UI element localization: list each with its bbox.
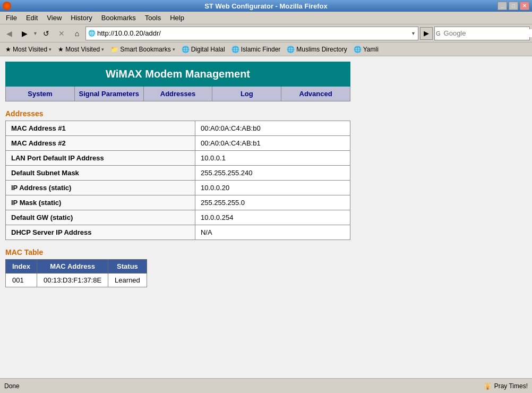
bookmark-icon-5: 🌐 [231,46,239,53]
stop-button[interactable]: ✕ [55,27,68,40]
mac-col-status: Status [108,260,147,274]
bookmark-arrow-1: ▾ [49,47,52,52]
menu-edit[interactable]: Edit [23,13,41,23]
row-label: IP Mask (static) [6,195,195,210]
bookmark-yamli[interactable]: 🌐 Yamli [351,45,381,54]
status-text: Done [4,382,20,390]
maximize-button[interactable]: □ [509,2,518,10]
pray-times-label: Pray Times! [494,382,528,390]
status-right: 🕌 Pray Times! [484,382,528,390]
back-button[interactable]: ◀ [2,27,16,40]
bookmark-label-5: Islamic Finder [241,46,281,53]
row-value: 10.0.0.1 [195,151,350,166]
row-value: 00:A0:0A:C4:AB:b1 [195,136,350,151]
forward-dropdown[interactable]: ▼ [33,31,38,36]
bookmark-digital-halal[interactable]: 🌐 Digital Halal [179,45,228,54]
bookmark-most-visited-2[interactable]: ★ Most Visited ▾ [55,45,107,54]
row-label: DHCP Server IP Address [6,225,195,240]
pray-times-icon: 🕌 [484,382,492,390]
table-row: Default GW (static) 10.0.0.254 [6,210,350,225]
menubar: File Edit View History Bookmarks Tools H… [0,12,532,24]
toolbar: ◀ ▶ ▼ ↺ ✕ ⌂ 🌐 ▼ ▶ G 🔍 [0,24,532,42]
bookmark-icon-3: 📁 [110,46,118,53]
page-wrapper: WiMAX Modem Management System Signal Par… [5,62,350,287]
mac-row-index: 001 [6,274,37,287]
app-icon [3,2,11,10]
addresses-table: MAC Address #1 00:A0:0A:C4:AB:b0 MAC Add… [5,121,350,240]
row-value: 00:A0:0A:C4:AB:b0 [195,121,350,136]
titlebar: ST Web Configurator - Mozilla Firefox _ … [0,0,532,12]
address-dropdown[interactable]: ▼ [411,31,416,36]
window-controls: _ □ ✕ [497,2,529,10]
bookmark-label-3: Smart Bookmarks [120,46,170,53]
table-row: Default Subnet Mask 255.255.255.240 [6,166,350,181]
menu-help[interactable]: Help [167,13,187,23]
row-label: MAC Address #2 [6,136,195,151]
main-content: WiMAX Modem Management System Signal Par… [0,56,532,378]
bookmarks-bar: ★ Most Visited ▾ ★ Most Visited ▾ 📁 Smar… [0,42,532,56]
table-row: MAC Address #1 00:A0:0A:C4:AB:b0 [6,121,350,136]
bookmark-icon-2: ★ [58,46,64,53]
mac-row-status: Learned [108,274,147,287]
address-icon: 🌐 [88,30,96,37]
mac-table-row: 001 00:13:D3:F1:37:8E Learned [6,274,147,287]
forward-button[interactable]: ▶ [18,27,31,40]
bookmark-smart-bookmarks[interactable]: 📁 Smart Bookmarks ▾ [108,45,177,54]
row-label: MAC Address #1 [6,121,195,136]
menu-file[interactable]: File [3,13,20,23]
menu-tools[interactable]: Tools [142,13,164,23]
row-value: N/A [195,225,350,240]
menu-bookmarks[interactable]: Bookmarks [98,13,139,23]
row-value: 255.255.255.0 [195,195,350,210]
mac-col-index: Index [6,260,37,274]
menu-history[interactable]: History [67,13,95,23]
bookmark-most-visited-1[interactable]: ★ Most Visited ▾ [3,45,54,54]
row-label: Default Subnet Mask [6,166,195,181]
search-input[interactable] [442,29,532,37]
tab-log[interactable]: Log [212,87,281,101]
bookmark-arrow-2: ▾ [101,47,104,52]
window-title: ST Web Configurator - Mozilla Firefox [204,2,328,10]
row-value: 255.255.255.240 [195,166,350,181]
bookmark-icon-6: 🌐 [287,46,295,53]
bookmark-islamic-finder[interactable]: 🌐 Islamic Finder [229,45,284,54]
bookmark-muslims-directory[interactable]: 🌐 Muslims Directory [284,45,349,54]
tab-addresses[interactable]: Addresses [144,87,213,101]
bookmark-icon-7: 🌐 [354,46,362,53]
address-input[interactable] [97,29,411,37]
mac-table-section-title: MAC Table [5,248,350,257]
go-button[interactable]: ▶ [420,27,433,40]
bookmark-icon-4: 🌐 [182,46,190,53]
close-button[interactable]: ✕ [520,2,529,10]
minimize-button[interactable]: _ [497,2,507,10]
statusbar: Done 🕌 Pray Times! [0,378,532,393]
table-row: DHCP Server IP Address N/A [6,225,350,240]
reload-button[interactable]: ↺ [39,27,53,40]
nav-tabs: System Signal Parameters Addresses Log A… [5,87,350,101]
mac-table-header-row: Index MAC Address Status [6,260,147,274]
bookmark-label-1: Most Visited [13,46,47,53]
page-header: WiMAX Modem Management [5,62,350,87]
bookmark-label-2: Most Visited [65,46,100,53]
menu-view[interactable]: View [44,13,65,23]
tab-signal[interactable]: Signal Parameters [75,87,144,101]
bookmark-icon-1: ★ [5,46,11,53]
bookmark-arrow-3: ▾ [173,47,175,52]
bookmark-label-6: Muslims Directory [296,46,347,53]
table-row: LAN Port Default IP Address 10.0.0.1 [6,151,350,166]
table-row: MAC Address #2 00:A0:0A:C4:AB:b1 [6,136,350,151]
mac-col-mac: MAC Address [37,260,108,274]
row-label: LAN Port Default IP Address [6,151,195,166]
row-value: 10.0.0.20 [195,181,350,195]
addresses-section-title: Addresses [5,109,350,118]
home-button[interactable]: ⌂ [70,27,84,40]
row-label: Default GW (static) [6,210,195,225]
table-row: IP Mask (static) 255.255.255.0 [6,195,350,210]
mac-row-mac: 00:13:D3:F1:37:8E [37,274,108,287]
table-row: IP Address (static) 10.0.0.20 [6,181,350,195]
tab-system[interactable]: System [6,87,75,101]
bookmark-label-4: Digital Halal [191,46,225,53]
tab-advanced[interactable]: Advanced [281,87,350,101]
bookmark-label-7: Yamli [363,46,379,53]
row-label: IP Address (static) [6,181,195,195]
